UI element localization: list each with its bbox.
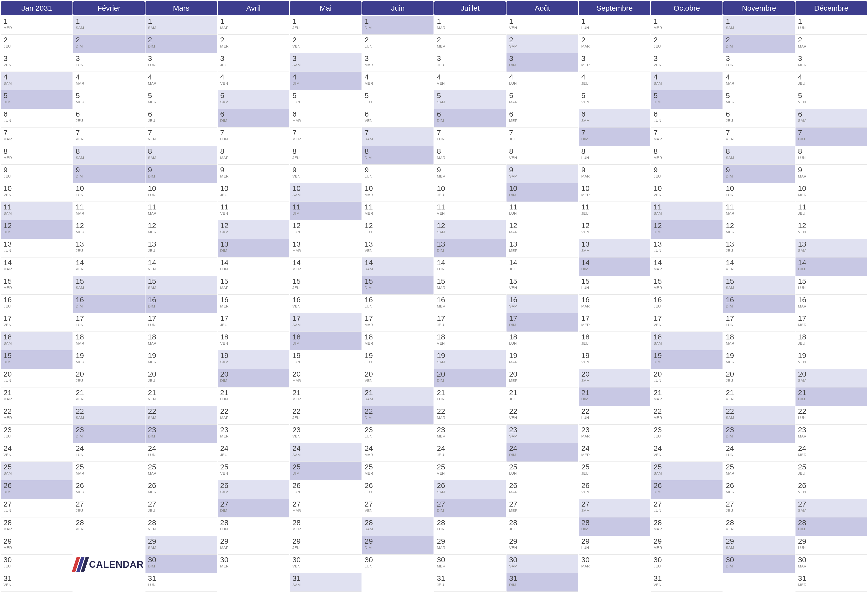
day-number: 13 [3,240,70,248]
day-of-week: MAR [293,248,359,253]
day-of-week: MER [293,267,359,271]
day-cell: 21LUN [218,387,289,406]
month-header: Août [507,1,578,16]
day-number: 13 [437,240,503,248]
day-cell: 20MAR [290,369,361,387]
day-cell: 2MER [218,35,289,53]
day-number: 15 [509,278,575,285]
day-number: 19 [798,352,865,359]
day-of-week: VEN [76,527,142,531]
day-cell: 16JEU [651,295,722,313]
day-number: 11 [581,203,648,211]
day-of-week: SAM [365,397,431,401]
day-of-week: MER [437,174,503,178]
month-column: Août1VEN2SAM3DIM4LUN5MAR6MER7JEU8VEN9SAM… [507,1,578,593]
day-cell: 8LUN [795,146,867,165]
day-cell: 16LUN [362,295,434,313]
day-of-week: VEN [365,118,431,123]
day-cell: 23SAM [507,424,578,443]
day-of-week: MAR [437,286,503,290]
day-number: 7 [581,129,648,137]
day-number: 23 [293,426,359,434]
month-column: Jan 20311MER2JEU3VEN4SAM5DIM6LUN7MAR8MER… [1,1,73,593]
day-of-week: DIM [726,564,792,568]
day-cell: 18MAR [146,332,217,350]
day-number: 14 [365,259,431,266]
day-of-week: LUN [798,155,865,160]
day-cell: 27MAR [290,499,361,518]
month-column: Mai1JEU2VEN3SAM4DIM5LUN6MAR7MER8JEU9VEN1… [290,1,361,593]
day-cell: 8SAM [723,146,795,165]
day-number: 19 [581,352,648,359]
day-of-week: LUN [654,508,720,513]
day-number: 21 [654,389,720,396]
day-number: 5 [437,92,503,99]
day-of-week: SAM [798,508,865,513]
day-cell: 18MER [362,332,434,350]
day-number: 13 [76,240,142,248]
day-of-week: JEU [76,248,142,253]
day-cell: 11MAR [723,202,795,220]
day-of-week: SAM [220,100,287,104]
day-number: 17 [293,315,359,322]
day-number: 27 [76,501,142,508]
day-cell: 15LUN [579,276,650,295]
day-cell: 22VEN [507,406,578,424]
day-of-week: VEN [726,137,792,141]
day-cell: 14MAR [1,258,73,276]
day-of-week: VEN [220,471,287,476]
day-number: 10 [509,185,575,192]
day-of-week: MAR [581,304,648,308]
day-number: 25 [293,463,359,471]
day-cell: 8SAM [73,146,145,165]
day-cell: 17MAR [362,313,434,332]
day-cell: 30MAR [795,555,867,573]
day-of-week: VEN [293,564,359,568]
day-number: 12 [293,222,359,229]
month-header: Septembre [579,1,650,16]
day-cell: 24MER [579,443,650,462]
day-of-week: DIM [3,360,70,364]
day-of-week: LUN [726,323,792,327]
day-of-week: SAM [3,81,70,85]
day-of-week: MER [726,490,792,494]
day-number: 26 [509,482,575,489]
day-number: 18 [220,333,287,341]
day-of-week: VEN [581,230,648,234]
day-of-week: LUN [148,193,214,197]
day-cell: 23MER [218,424,289,443]
day-cell: 21SAM [362,387,434,406]
day-cell: 17VEN [1,313,73,332]
day-cell: 31MER [795,573,867,592]
day-cell: 21MAR [651,387,722,406]
day-cell: 29LUN [795,536,867,555]
day-number: 14 [220,259,287,266]
day-number: 22 [581,407,648,415]
day-number: 14 [3,259,70,266]
day-number: 11 [654,203,720,211]
day-of-week: VEN [293,434,359,438]
day-of-week: LUN [76,323,142,327]
day-of-week: JEU [148,248,214,253]
day-cell: 25VEN [218,462,289,480]
day-of-week: LUN [3,378,70,382]
day-of-week: SAM [148,155,214,160]
day-of-week: MER [798,452,865,457]
day-cell: 9MAR [579,165,650,183]
day-number: 18 [581,333,648,341]
day-of-week: DIM [581,527,648,531]
day-of-week: MER [798,323,865,327]
day-cell: 16MAR [579,295,650,313]
day-cell: 27LUN [651,499,722,518]
day-of-week: LUN [509,211,575,215]
day-cell: 11JEU [579,202,650,220]
day-cell: 8SAM [146,146,217,165]
day-cell: 12MER [73,220,145,239]
month-column: Mars1SAM2DIM3LUN4MAR5MER6JEU7VEN8SAM9DIM… [146,1,217,593]
day-of-week: JEU [76,508,142,513]
day-cell: 7VEN [146,127,217,146]
day-of-week: DIM [3,230,70,234]
day-cell: 19MER [723,350,795,369]
day-of-week: MER [654,155,720,160]
day-cell: 17LUN [73,313,145,332]
